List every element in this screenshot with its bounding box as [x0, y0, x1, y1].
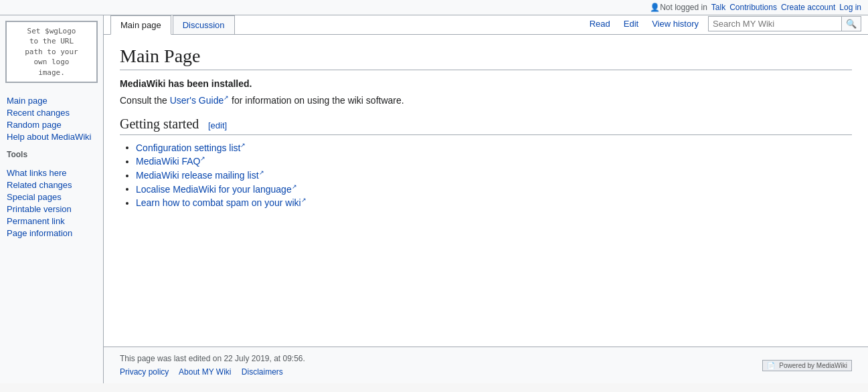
page-content: Main Page MediaWiki has been installed. … [104, 35, 868, 347]
sidebar-item-printable-version[interactable]: Printable version [7, 203, 96, 214]
create-account-link[interactable]: Create account [781, 3, 835, 12]
ext-link-icon: ↗ [301, 197, 307, 203]
tab-main-page[interactable]: Main page [110, 15, 171, 35]
footer-left: This page was last edited on 22 July 201… [120, 354, 305, 377]
tabs-left: Main page Discussion [110, 15, 236, 34]
ext-link-icon: ↗ [200, 155, 205, 162]
getting-started-label: Getting started [120, 116, 199, 131]
ext-link-icon: ↗ [292, 183, 297, 190]
page-title: Main Page [120, 45, 852, 70]
mediawiki-icon: 📄 [767, 362, 775, 369]
localise-link[interactable]: Localise MediaWiki for your language [136, 183, 292, 194]
tab-view-history[interactable]: View history [648, 16, 703, 31]
page-footer: This page was last edited on 22 July 201… [104, 347, 868, 383]
tab-discussion[interactable]: Discussion [173, 15, 235, 34]
layout: Set $wgLogo to the URL path to your own … [0, 15, 868, 383]
list-item: Localise MediaWiki for your language↗ [136, 183, 852, 195]
content-wrap: Main page Discussion Read Edit View hist… [104, 15, 868, 383]
sidebar-item-what-links-here[interactable]: What links here [7, 167, 96, 178]
ext-link-icon: ↗ [240, 142, 246, 149]
sidebar-item-page-information[interactable]: Page information [7, 227, 96, 238]
sidebar-item-special-pages[interactable]: Special pages [7, 191, 96, 202]
sidebar-item-main-page[interactable]: Main page [7, 95, 96, 106]
contributions-link[interactable]: Contributions [729, 3, 777, 12]
top-bar: 👤 Not logged in Talk Contributions Creat… [0, 0, 868, 15]
consult-prefix: Consult the [120, 95, 167, 106]
last-edited-text: This page was last edited on 22 July 201… [120, 354, 305, 363]
ext-link-icon: ↗ [259, 169, 264, 176]
sidebar-item-help[interactable]: Help about MediaWiki [7, 131, 96, 142]
disclaimers-link[interactable]: Disclaimers [242, 367, 283, 377]
mediawiki-badge: 📄 Powered by MediaWiki [762, 360, 853, 371]
sidebar-nav-list: Main page Recent changes Random page Hel… [7, 95, 96, 142]
powered-by-text: 📄 Powered by MediaWiki [762, 360, 853, 371]
consult-text: Consult the User's Guide↗ for informatio… [120, 94, 852, 106]
tab-read[interactable]: Read [586, 16, 614, 31]
getting-started-list: Configuration settings list↗ MediaWiki F… [136, 142, 852, 208]
sidebar-item-related-changes[interactable]: Related changes [7, 179, 96, 190]
sidebar-tools-list: What links here Related changes Special … [7, 167, 96, 238]
ext-link-icon: ↗ [224, 94, 229, 101]
sidebar-item-permanent-link[interactable]: Permanent link [7, 215, 96, 226]
list-item: MediaWiki FAQ↗ [136, 155, 852, 167]
list-item: Configuration settings list↗ [136, 142, 852, 153]
user-icon: 👤 [650, 3, 660, 12]
mailing-list-link[interactable]: MediaWiki release mailing list [136, 170, 259, 181]
list-item: MediaWiki release mailing list↗ [136, 169, 852, 181]
config-settings-link[interactable]: Configuration settings list [136, 142, 240, 153]
not-logged-in-text: Not logged in [660, 3, 707, 12]
privacy-policy-link[interactable]: Privacy policy [120, 367, 169, 377]
search-input[interactable] [708, 16, 842, 31]
about-link[interactable]: About MY Wiki [179, 367, 231, 377]
header-tabs: Main page Discussion Read Edit View hist… [104, 15, 868, 35]
getting-started-heading: Getting started [edit] [120, 116, 852, 135]
list-item: Learn how to combat spam on your wiki↗ [136, 197, 852, 208]
sidebar-item-recent-changes[interactable]: Recent changes [7, 107, 96, 118]
logo-text: Set $wgLogo to the URL path to your own … [25, 27, 78, 77]
sidebar-item-random-page[interactable]: Random page [7, 119, 96, 130]
tabs-right: Read Edit View history 🔍 [586, 16, 861, 34]
sidebar: Set $wgLogo to the URL path to your own … [0, 15, 104, 383]
talk-link[interactable]: Talk [711, 3, 725, 12]
users-guide-link[interactable]: User's Guide↗ [170, 95, 229, 106]
search-button[interactable]: 🔍 [842, 16, 861, 31]
logo: Set $wgLogo to the URL path to your own … [5, 21, 98, 83]
log-in-link[interactable]: Log in [839, 3, 861, 12]
installed-notice: MediaWiki has been installed. [120, 78, 852, 89]
sidebar-tools: What links here Related changes Special … [0, 161, 103, 242]
tools-label: Tools [0, 146, 103, 161]
footer-links: Privacy policy About MY Wiki Disclaimers [120, 367, 305, 377]
search-form: 🔍 [708, 16, 861, 31]
tab-edit[interactable]: Edit [620, 16, 642, 31]
mediawiki-faq-link[interactable]: MediaWiki FAQ [136, 156, 200, 167]
consult-suffix: for information on using the wiki softwa… [232, 95, 404, 106]
combat-spam-link[interactable]: Learn how to combat spam on your wiki [136, 197, 301, 208]
sidebar-navigation: Main page Recent changes Random page Hel… [0, 88, 103, 146]
edit-section-link[interactable]: [edit] [208, 120, 227, 130]
